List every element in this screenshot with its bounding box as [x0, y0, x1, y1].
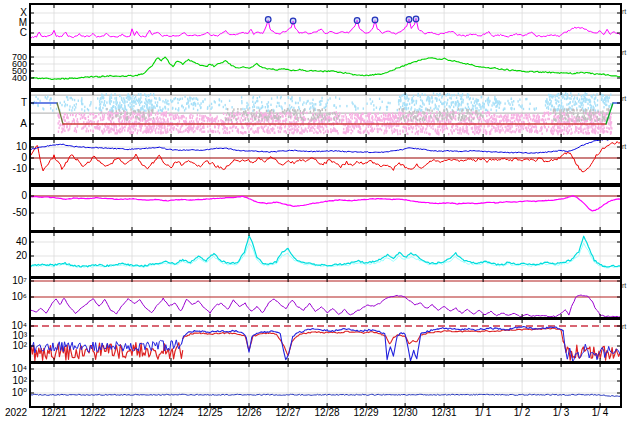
- x-tick-label: 12/24: [151, 407, 191, 418]
- panel-xray-flux: [29, 3, 622, 45]
- realtime-indicator-label: rt: [622, 49, 626, 56]
- y-tick-solar-wind-speed-3: 400: [0, 73, 27, 83]
- panel-electron-flux: [29, 277, 622, 319]
- y-tick-sector-polarity-0: T: [0, 98, 27, 108]
- panel-sector-polarity: [29, 90, 622, 139]
- x-tick-label: 12/21: [34, 407, 74, 418]
- y-tick-sector-polarity-1: A: [0, 119, 27, 129]
- y-tick-proton-density-1: 20: [0, 251, 27, 261]
- x-tick-label: 12/23: [112, 407, 152, 418]
- x-tick-label: 12/29: [346, 407, 386, 418]
- x-tick-label: 12/31: [424, 407, 464, 418]
- y-tick-electron-flux-0: 10⁷: [0, 276, 27, 286]
- realtime-indicator-label: rt: [622, 95, 626, 102]
- y-tick-low-energy-flux-1: 10²: [0, 376, 27, 386]
- x-tick-label: 1/ 1: [463, 407, 503, 418]
- y-tick-proton-density-0: 40: [0, 237, 27, 247]
- x-tick-label: 12/27: [268, 407, 308, 418]
- y-tick-xray-flux-2: C: [0, 28, 27, 38]
- y-tick-dst-index-1: -50: [0, 208, 27, 218]
- y-tick-low-energy-flux-0: 10⁴: [0, 364, 27, 374]
- y-tick-electron-flux-1: 10⁶: [0, 292, 27, 302]
- y-tick-imf-bt-bz-0: 10: [0, 142, 27, 152]
- panel-dst-index: [29, 185, 622, 232]
- realtime-indicator-label: rt: [622, 8, 626, 15]
- x-tick-label: 12/28: [307, 407, 347, 418]
- panel-proton-density: [29, 231, 622, 278]
- panel-solar-wind-speed: [29, 44, 622, 90]
- realtime-indicator-label: rt: [622, 282, 626, 289]
- y-tick-low-energy-flux-2: 10⁰: [0, 388, 27, 398]
- panel-low-energy-flux: [29, 362, 622, 408]
- realtime-indicator-label: rt: [622, 323, 626, 330]
- realtime-indicator-label: rt: [622, 143, 626, 150]
- x-tick-label: 12/26: [229, 407, 269, 418]
- x-tick-label: 1/ 4: [580, 407, 620, 418]
- y-tick-dst-index-0: 0: [0, 191, 27, 201]
- x-tick-label: 1/ 2: [502, 407, 542, 418]
- x-axis-year-label: 2022: [0, 407, 32, 418]
- x-tick-label: 1/ 3: [541, 407, 581, 418]
- x-tick-label: 12/25: [190, 407, 230, 418]
- y-tick-imf-bt-bz-2: -10: [0, 164, 27, 174]
- space-weather-overview-chart: XMCrt700600500400rtTArt100-10rt0-5040201…: [0, 0, 634, 424]
- panel-proton-flux: [29, 318, 622, 363]
- y-tick-imf-bt-bz-1: 0: [0, 153, 27, 163]
- y-tick-proton-flux-2: 10²: [0, 341, 27, 351]
- x-tick-label: 12/22: [73, 407, 113, 418]
- panel-imf-bt-bz: [29, 138, 622, 185]
- x-tick-label: 12/30: [385, 407, 425, 418]
